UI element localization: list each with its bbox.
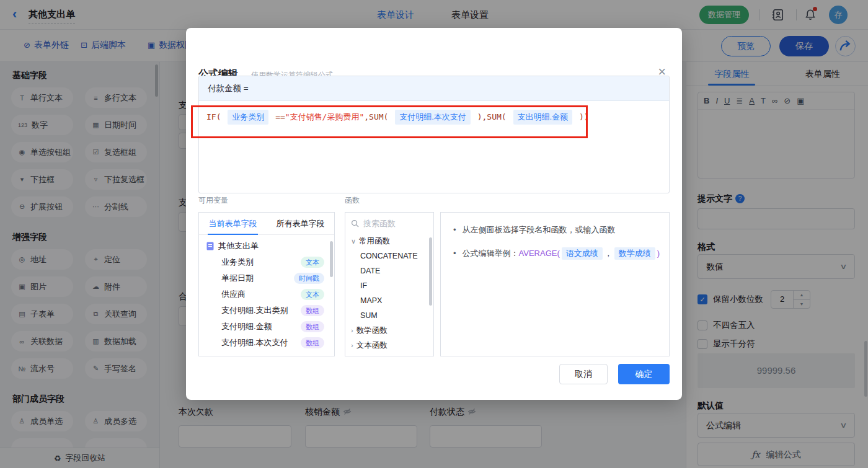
function-group-math[interactable]: ›数学函数	[345, 323, 433, 338]
formula-target-field: 付款金额 =	[199, 76, 669, 101]
chevron-expanded-icon: ∨	[351, 237, 356, 245]
function-search[interactable]	[345, 213, 433, 234]
tip-example-line: •公式编辑举例：AVERAGE(语文成绩，数学成绩)	[441, 247, 669, 260]
cancel-button[interactable]: 取消	[559, 364, 608, 384]
formula-sum-open: ),SUM(	[472, 112, 512, 121]
function-search-input[interactable]	[363, 219, 422, 228]
tab-current-form-fields[interactable]: 当前表单字段	[199, 213, 267, 234]
form-doc-icon	[206, 242, 214, 250]
variable-item[interactable]: 支付明细.支出类别数组	[199, 302, 334, 319]
variable-item[interactable]: 单据日期时间戳	[199, 270, 334, 286]
function-group-text[interactable]: ›文本函数	[345, 338, 433, 353]
variable-item[interactable]: 供应商文本	[199, 286, 334, 302]
variable-item[interactable]: 支付明细.本次支付数组	[199, 335, 334, 351]
formula-edit-modal: 公式编辑 使用数学运算符编辑公式 × 付款金额 = IF( 业务类别 =="支付…	[186, 28, 682, 400]
type-badge: 数组	[301, 305, 324, 316]
functions-label: 函数	[345, 195, 360, 206]
formula-sum-open: ,SUM(	[364, 112, 393, 121]
formula-operator: ==	[270, 112, 285, 121]
chevron-collapsed-icon: ›	[351, 342, 353, 349]
type-badge: 文本	[301, 257, 324, 268]
functions-panel: ∨常用函数 CONCATENATE DATE IF MAPX SUM ›数学函数…	[345, 212, 434, 356]
variables-root-node[interactable]: 其他支出单	[199, 238, 334, 254]
formula-editor[interactable]: 付款金额 = IF( 业务类别 =="支付销售/采购费用",SUM( 支付明细.…	[198, 76, 670, 193]
tips-panel: •从左侧面板选择字段名和函数，或输入函数 •公式编辑举例：AVERAGE(语文成…	[440, 212, 670, 356]
formula-if-open: IF(	[206, 112, 226, 121]
variables-tree: 其他支出单 业务类别文本 单据日期时间戳 供应商文本 支付明细.支出类别数组 支…	[199, 235, 334, 351]
variables-scrollbar[interactable]	[330, 241, 333, 277]
chevron-collapsed-icon: ›	[351, 327, 353, 334]
bullet-icon: •	[453, 249, 456, 258]
variable-item[interactable]: 业务类别文本	[199, 254, 334, 270]
variables-label: 可用变量	[198, 195, 228, 206]
function-item[interactable]: SUM	[345, 308, 433, 323]
function-item[interactable]: IF	[345, 278, 433, 293]
variables-panel: 当前表单字段 所有表单字段 其他支出单 业务类别文本 单据日期时间戳 供应商文本…	[198, 212, 335, 356]
formula-close: ))	[574, 112, 588, 121]
example-function-name: AVERAGE(	[519, 249, 560, 258]
type-badge: 时间戳	[294, 273, 324, 284]
example-field-chip: 数学成绩	[614, 247, 655, 260]
example-field-chip: 语文成绩	[562, 247, 603, 260]
variables-tabs: 当前表单字段 所有表单字段	[199, 213, 334, 235]
variable-item[interactable]: 支付明细.金额数组	[199, 319, 334, 335]
function-item[interactable]: DATE	[345, 263, 433, 278]
tip-line: •从左侧面板选择字段名和函数，或输入函数	[441, 224, 669, 236]
type-badge: 数组	[301, 321, 324, 332]
tab-all-form-fields[interactable]: 所有表单字段	[267, 213, 334, 234]
formula-field-chip[interactable]: 支付明细.本次支付	[395, 110, 471, 125]
function-item[interactable]: MAPX	[345, 293, 433, 308]
confirm-button[interactable]: 确定	[618, 364, 670, 384]
formula-field-chip[interactable]: 业务类别	[228, 110, 268, 125]
type-badge: 数组	[301, 337, 324, 348]
type-badge: 文本	[301, 289, 324, 300]
bullet-icon: •	[453, 225, 456, 234]
function-group-common[interactable]: ∨常用函数	[345, 234, 433, 249]
formula-expression[interactable]: IF( 业务类别 =="支付销售/采购费用",SUM( 支付明细.本次支付 ),…	[199, 101, 669, 133]
functions-scrollbar[interactable]	[429, 237, 432, 306]
example-function-close: )	[657, 249, 660, 258]
formula-string-literal: "支付销售/采购费用"	[285, 112, 364, 121]
formula-field-chip[interactable]: 支出明细.金额	[513, 110, 573, 125]
modal-footer: 取消 确定	[559, 364, 670, 384]
search-icon	[351, 219, 359, 227]
function-item[interactable]: CONCATENATE	[345, 249, 433, 263]
